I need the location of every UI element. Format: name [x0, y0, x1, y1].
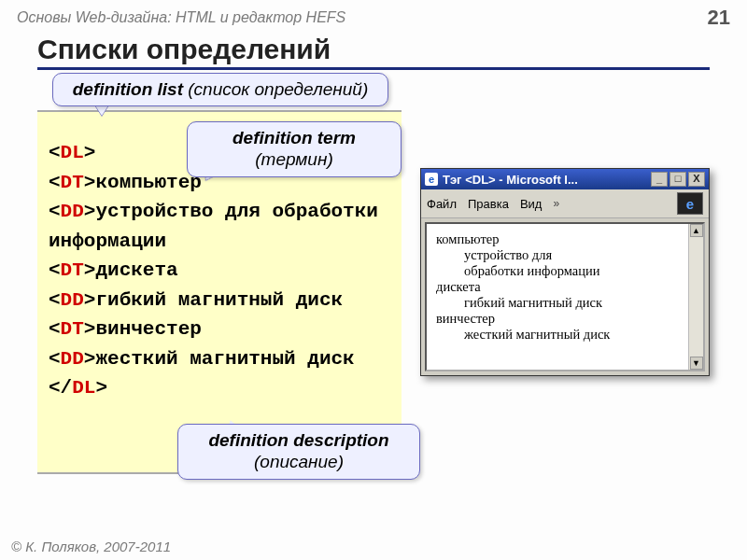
ie-logo-icon: e: [677, 192, 703, 215]
ie-page-icon: e: [425, 173, 438, 186]
dd-rendered: жесткий магнитный диск: [464, 327, 696, 343]
callout-definition-description: definition description (описание): [177, 424, 420, 480]
scroll-down-icon[interactable]: ▼: [690, 357, 703, 370]
definition-list-rendered: компьютер устройство для обработки инфор…: [436, 231, 696, 343]
dd-rendered: обработки информации: [464, 263, 696, 279]
dd-rendered: устройство для: [464, 247, 696, 263]
dt-rendered: компьютер: [436, 231, 696, 247]
browser-window: e Тэг <DL> - Microsoft I... _ □ X Файл П…: [420, 168, 710, 376]
maximize-button[interactable]: □: [669, 172, 686, 187]
dt-rendered: дискета: [436, 279, 696, 295]
callout-definition-list: definition list (список определений): [52, 73, 388, 106]
page-number: 21: [708, 6, 730, 30]
vertical-scrollbar[interactable]: ▲ ▼: [688, 224, 703, 370]
titlebar: e Тэг <DL> - Microsoft I... _ □ X: [421, 169, 709, 189]
dt-rendered: винчестер: [436, 311, 696, 327]
menubar: Файл Правка Вид » e: [421, 189, 709, 218]
breadcrumb: Основы Web-дизайна: HTML и редактор HEFS: [17, 9, 345, 26]
browser-viewport: компьютер устройство для обработки инфор…: [425, 222, 705, 371]
menu-overflow-icon[interactable]: »: [553, 197, 559, 210]
close-button[interactable]: X: [688, 172, 705, 187]
menu-file[interactable]: Файл: [427, 197, 457, 211]
dd-rendered: гибкий магнитный диск: [464, 295, 696, 311]
page-title: Списки определений: [37, 34, 710, 70]
menu-view[interactable]: Вид: [520, 197, 543, 211]
window-title: Тэг <DL> - Microsoft I...: [443, 173, 578, 187]
minimize-button[interactable]: _: [651, 172, 668, 187]
scroll-up-icon[interactable]: ▲: [690, 224, 703, 237]
copyright: © К. Поляков, 2007-2011: [11, 539, 171, 554]
menu-edit[interactable]: Правка: [468, 197, 509, 211]
callout-definition-term: definition term (термин): [187, 121, 402, 177]
